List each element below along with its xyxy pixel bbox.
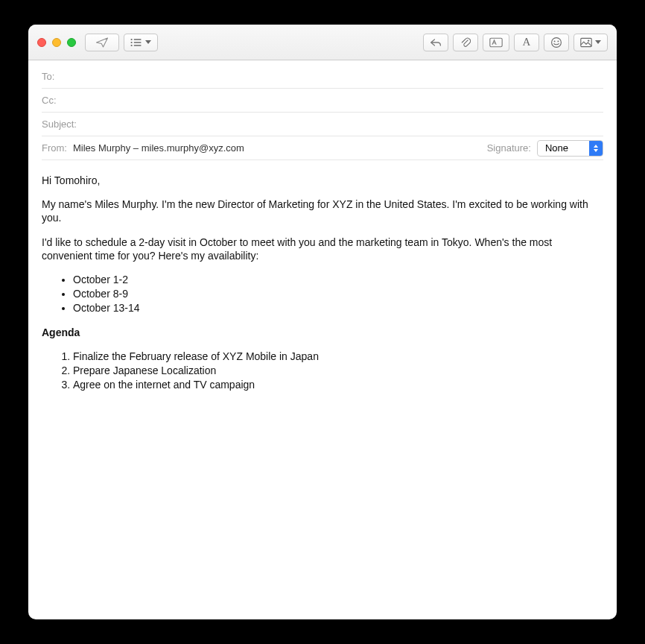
from-row: From: Miles Murphy – miles.murphy@xyz.co… (42, 136, 603, 160)
send-icon (95, 37, 109, 48)
zoom-button[interactable] (67, 38, 76, 47)
reply-icon (430, 37, 442, 48)
availability-list: October 1-2 October 8-9 October 13-14 (73, 273, 603, 315)
signature-group: Signature: None (487, 140, 603, 157)
titlebar: A (28, 25, 617, 60)
from-value[interactable]: Miles Murphy – miles.murphy@xyz.com (73, 142, 244, 154)
signature-value: None (538, 142, 589, 154)
paperclip-icon (460, 37, 471, 48)
chevron-up-down-icon (589, 141, 603, 156)
to-input[interactable] (60, 71, 603, 82)
font-icon: A (523, 36, 531, 48)
svg-rect-6 (490, 38, 502, 46)
photo-browser-button[interactable] (573, 34, 608, 51)
svg-point-7 (552, 37, 562, 47)
attach-button[interactable] (453, 34, 478, 51)
markup-button[interactable] (483, 34, 509, 51)
message-body[interactable]: Hi Tomohiro, My name's Miles Murphy. I'm… (28, 160, 617, 619)
reply-button[interactable] (423, 34, 448, 51)
format-button[interactable]: A (514, 34, 539, 51)
signature-label: Signature: (487, 142, 531, 154)
header-fields-toggle[interactable] (124, 34, 158, 51)
toolbar-right: A (423, 34, 608, 51)
close-button[interactable] (37, 38, 46, 47)
emoji-icon (550, 37, 562, 48)
cc-label: Cc: (42, 95, 57, 106)
window-controls (37, 38, 76, 47)
cc-input[interactable] (63, 95, 604, 106)
minimize-button[interactable] (52, 38, 61, 47)
svg-rect-10 (581, 38, 591, 46)
svg-point-1 (130, 41, 132, 42)
list-item: Finalize the February release of XYZ Mob… (73, 350, 603, 363)
from-label: From: (42, 142, 67, 154)
subject-input[interactable] (83, 119, 603, 130)
schedule-paragraph: I'd like to schedule a 2-day visit in Oc… (42, 236, 603, 262)
header-fields: To: Cc: Subject: From: Miles Murphy – mi… (28, 60, 617, 160)
to-row: To: (42, 65, 603, 89)
signature-select[interactable]: None (537, 140, 603, 157)
greeting: Hi Tomohiro, (42, 174, 603, 187)
list-item: October 1-2 (73, 273, 603, 286)
list-item: October 8-9 (73, 287, 603, 300)
intro-paragraph: My name's Miles Murphy. I'm the new Dire… (42, 198, 603, 224)
list-item: Prepare Japanese Localization (73, 364, 603, 377)
list-item: Agree on the internet and TV campaign (73, 378, 603, 391)
svg-point-11 (588, 40, 589, 41)
list-item: October 13-14 (73, 301, 603, 315)
photo-icon (580, 37, 592, 48)
markup-icon (489, 37, 503, 48)
compose-window: A To: (28, 25, 617, 619)
svg-point-8 (554, 40, 556, 42)
agenda-heading: Agenda (42, 326, 80, 338)
header-list-icon (130, 38, 142, 47)
svg-point-2 (130, 44, 132, 45)
to-label: To: (42, 71, 54, 82)
agenda-list: Finalize the February release of XYZ Mob… (73, 350, 603, 392)
svg-point-9 (557, 40, 559, 42)
emoji-button[interactable] (544, 34, 569, 51)
toolbar-left (85, 34, 158, 51)
subject-row: Subject: (42, 113, 603, 136)
cc-row: Cc: (42, 89, 603, 113)
subject-label: Subject: (42, 119, 77, 130)
svg-point-0 (130, 38, 132, 40)
send-button[interactable] (85, 34, 119, 51)
